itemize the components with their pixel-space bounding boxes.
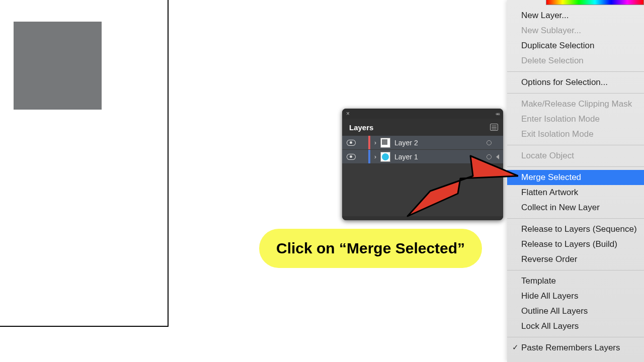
panel-topbar: × «« — [342, 109, 503, 119]
menu-separator — [507, 270, 644, 270]
layer-thumbnail[interactable] — [380, 152, 390, 162]
layer-row[interactable]: › Layer 1 — [342, 150, 503, 164]
instruction-callout: Click on “Merge Selected” — [259, 229, 482, 268]
menu-options-for-selection[interactable]: Options for Selection... — [507, 75, 644, 90]
menu-new-layer[interactable]: New Layer... — [507, 8, 644, 23]
menu-release-build[interactable]: Release to Layers (Build) — [507, 237, 644, 252]
panel-menu-icon[interactable] — [490, 124, 498, 131]
close-icon[interactable]: × — [346, 111, 350, 117]
menu-lock-all-layers[interactable]: Lock All Layers — [507, 319, 644, 334]
target-icon[interactable] — [482, 139, 496, 147]
menu-separator — [507, 337, 644, 337]
panel-footer — [342, 216, 503, 220]
visibility-toggle[interactable] — [342, 154, 359, 159]
menu-collect-in-new-layer[interactable]: Collect in New Layer — [507, 200, 644, 215]
menu-separator — [507, 93, 644, 94]
menu-duplicate-selection[interactable]: Duplicate Selection — [507, 38, 644, 53]
menu-new-sublayer: New Sublayer... — [507, 23, 644, 38]
panel-header: Layers — [342, 119, 503, 136]
collapse-icon[interactable]: «« — [496, 111, 499, 117]
menu-flatten-artwork[interactable]: Flatten Artwork — [507, 185, 644, 200]
visibility-toggle[interactable] — [342, 140, 359, 145]
layer-name[interactable]: Layer 1 — [394, 153, 482, 161]
layer-thumbnail[interactable] — [380, 138, 390, 148]
menu-paste-remembers-layers[interactable]: Paste Remembers Layers — [507, 340, 644, 355]
menu-separator — [507, 166, 644, 167]
menu-hide-all-layers[interactable]: Hide All Layers — [507, 289, 644, 304]
menu-enter-isolation-mode: Enter Isolation Mode — [507, 112, 644, 127]
menu-template[interactable]: Template — [507, 274, 644, 289]
panel-title: Layers — [349, 123, 373, 132]
expand-icon[interactable]: › — [370, 139, 380, 146]
layers-panel: × «« Layers › Layer 2 › Layer 1 — [342, 109, 503, 220]
panel-empty-area — [342, 164, 503, 216]
gray-square-shape[interactable] — [14, 22, 102, 110]
menu-reverse-order[interactable]: Reverse Order — [507, 252, 644, 267]
menu-separator — [507, 71, 644, 72]
menu-delete-selection: Delete Selection — [507, 53, 644, 68]
menu-exit-isolation-mode: Exit Isolation Mode — [507, 127, 644, 142]
menu-make-release-clipping-mask: Make/Release Clipping Mask — [507, 97, 644, 112]
layers-context-menu: New Layer... New Sublayer... Duplicate S… — [507, 0, 644, 362]
target-icon[interactable] — [482, 153, 496, 161]
color-spectrum-strip[interactable] — [546, 0, 644, 5]
artboard[interactable] — [0, 0, 169, 327]
selection-indicator[interactable] — [496, 154, 503, 159]
menu-separator — [507, 218, 644, 219]
expand-icon[interactable]: › — [370, 153, 380, 160]
eye-icon — [347, 154, 355, 159]
menu-locate-object: Locate Object — [507, 148, 644, 163]
menu-outline-all-layers[interactable]: Outline All Layers — [507, 304, 644, 319]
layer-name[interactable]: Layer 2 — [394, 139, 482, 147]
menu-merge-selected[interactable]: Merge Selected — [507, 170, 644, 185]
menu-release-sequence[interactable]: Release to Layers (Sequence) — [507, 222, 644, 237]
eye-icon — [347, 140, 355, 145]
layer-row[interactable]: › Layer 2 — [342, 136, 503, 150]
menu-separator — [507, 145, 644, 145]
